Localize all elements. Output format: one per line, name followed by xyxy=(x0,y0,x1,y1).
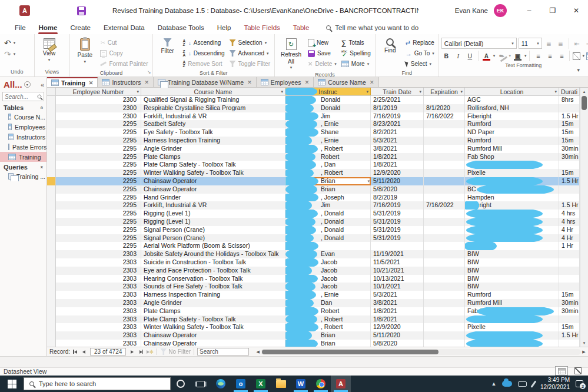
train-date-cell[interactable]: 1/8/2021 xyxy=(371,161,424,169)
file-explorer-taskbar-button[interactable] xyxy=(271,376,291,392)
row-selector[interactable] xyxy=(47,169,56,177)
expiration-cell[interactable] xyxy=(424,96,465,104)
cut-button[interactable]: ✂Cut xyxy=(98,38,150,48)
train-date-cell[interactable]: 7/16/2019 xyxy=(371,201,424,210)
header-selector-cell[interactable] xyxy=(47,88,56,95)
ribbon-tab-table[interactable]: Table xyxy=(287,21,316,34)
duration-cell[interactable]: 4 hrs xyxy=(559,210,580,218)
duration-cell[interactable]: 15m xyxy=(559,169,580,177)
instructor-cell[interactable]: , Dan xyxy=(285,161,371,169)
filter-dropdown-icon[interactable]: ▾ xyxy=(281,89,283,94)
numbering-icon[interactable]: ≣ xyxy=(556,38,566,48)
row-selector[interactable] xyxy=(47,226,56,234)
course-name-cell[interactable]: Harness Inspection Training xyxy=(141,291,285,299)
train-date-cell[interactable]: 10/1/2021 xyxy=(371,283,424,291)
column-header-employee-number[interactable]: Employee Number▾ xyxy=(56,88,141,95)
close-tab-icon[interactable]: ✕ xyxy=(89,80,94,86)
align-right-button[interactable]: ≡ xyxy=(556,51,566,61)
location-cell[interactable]: BC xyxy=(465,185,559,194)
expiration-cell[interactable] xyxy=(424,258,465,267)
font-color-button[interactable]: A xyxy=(481,51,491,61)
table-row[interactable]: 2295Signal Person (Crane), Donald5/31/20… xyxy=(47,234,580,242)
train-date-cell[interactable]: 1/8/2021 xyxy=(371,153,424,161)
table-row[interactable]: 2303Suicide in Construction - Toolbox Ta… xyxy=(47,258,580,267)
train-date-cell[interactable]: 5/31/2019 xyxy=(371,218,424,226)
spelling-button[interactable]: abc✓Spelling xyxy=(340,48,373,58)
close-button[interactable]: ✕ xyxy=(564,0,588,21)
duration-cell[interactable]: 4 Hr xyxy=(559,226,580,234)
location-cell[interactable]: Pixelle xyxy=(465,323,559,331)
train-date-cell[interactable]: 8/23/2021 xyxy=(371,120,424,128)
row-selector[interactable] xyxy=(47,323,56,331)
row-selector[interactable] xyxy=(47,340,56,347)
employee-number-cell[interactable]: 2300 xyxy=(56,112,141,121)
chrome-taskbar-button[interactable] xyxy=(311,376,331,392)
location-cell[interactable] xyxy=(465,210,559,218)
table-row[interactable]: 2295Plate Clamp Safety - Toolbox Talk, D… xyxy=(47,161,580,169)
row-selector[interactable] xyxy=(47,315,56,324)
task-view-button[interactable] xyxy=(191,376,211,392)
decrease-indent-icon[interactable]: ⇤ xyxy=(572,38,582,48)
nav-pane-menu-icon[interactable]: ▾ xyxy=(24,81,31,88)
instructor-cell[interactable]: , Donald xyxy=(285,234,371,242)
row-selector[interactable] xyxy=(47,258,56,267)
table-row[interactable]: 2303Jobsite Safety Around the Holidays -… xyxy=(47,250,580,258)
train-date-cell[interactable]: 5/11/2020 xyxy=(371,177,424,185)
instructor-cell[interactable]: Donald xyxy=(285,96,371,104)
employee-number-cell[interactable]: 2303 xyxy=(56,291,141,299)
expiration-cell[interactable]: 7/16/2022 xyxy=(424,112,465,121)
expiration-cell[interactable] xyxy=(424,234,465,242)
employee-number-cell[interactable]: 2303 xyxy=(56,315,141,324)
word-taskbar-button[interactable]: W xyxy=(291,376,311,392)
row-selector[interactable] xyxy=(47,120,56,128)
paste-button[interactable]: Paste▾ xyxy=(72,36,97,65)
nav-item-employees[interactable]: Employees xyxy=(0,122,46,132)
tray-expand-icon[interactable]: ▲ xyxy=(491,381,497,387)
duration-cell[interactable] xyxy=(559,283,580,291)
train-date-cell[interactable]: 11/5/2021 xyxy=(371,258,424,267)
duration-cell[interactable] xyxy=(559,194,580,202)
restore-button[interactable]: ❐ xyxy=(541,0,564,21)
course-name-cell[interactable]: Signal Person (Crane) xyxy=(141,226,285,234)
expiration-cell[interactable] xyxy=(424,218,465,226)
employee-number-cell[interactable]: 2295 xyxy=(56,137,141,145)
row-selector[interactable] xyxy=(47,161,56,169)
course-name-cell[interactable]: Seatbelt Safety xyxy=(141,120,285,128)
location-cell[interactable] xyxy=(465,161,559,169)
select-button[interactable]: Select▾ xyxy=(404,59,436,69)
course-name-cell[interactable]: Plate Clamps xyxy=(141,153,285,161)
expiration-cell[interactable] xyxy=(424,169,465,177)
duration-cell[interactable]: 1.5 Hr xyxy=(559,331,580,340)
employee-number-cell[interactable]: 2295 xyxy=(56,242,141,250)
scroll-down-icon[interactable]: ▼ xyxy=(583,339,586,347)
bullets-icon[interactable]: ≣ xyxy=(544,38,554,48)
instructor-cell[interactable]: , Robert xyxy=(285,145,371,153)
expiration-cell[interactable] xyxy=(424,128,465,137)
table-row[interactable]: 2303Plate ClampsRobert1/8/2021Fab Sh30mi… xyxy=(47,307,580,315)
duration-cell[interactable] xyxy=(559,161,580,169)
duration-cell[interactable]: 1 Hr xyxy=(559,242,580,250)
course-name-cell[interactable]: Angle Grinder xyxy=(141,145,285,153)
view-button[interactable]: View▾ xyxy=(37,36,62,63)
employee-number-cell[interactable]: 2295 xyxy=(56,218,141,226)
row-selector[interactable] xyxy=(47,283,56,291)
taskbar-search-box[interactable]: Type here to search xyxy=(24,377,171,390)
employee-number-cell[interactable]: 2295 xyxy=(56,226,141,234)
redo-button[interactable]: ↷▾ xyxy=(2,49,17,59)
course-name-cell[interactable]: Rigging (Level 1) xyxy=(141,218,285,226)
location-cell[interactable]: Fiberight xyxy=(465,112,559,121)
course-name-cell[interactable]: Harness Inspection Training xyxy=(141,137,285,145)
nav-pane-title[interactable]: All... xyxy=(4,79,22,89)
descending-button[interactable]: ZA↓Descending xyxy=(181,48,227,58)
scroll-up-icon[interactable]: ▲ xyxy=(583,88,586,95)
row-selector[interactable] xyxy=(47,275,56,283)
filter-dropdown-icon[interactable]: ▾ xyxy=(419,89,421,94)
duration-cell[interactable]: 15m xyxy=(559,120,580,128)
instructor-cell[interactable]: , Donald xyxy=(285,210,371,218)
scroll-left-icon[interactable]: ◀ xyxy=(255,350,261,354)
record-position-box[interactable]: 23 of 4724 xyxy=(90,348,126,356)
location-cell[interactable]: Rumford xyxy=(465,137,559,145)
instructor-cell[interactable]: , Ernie xyxy=(285,291,371,299)
train-date-cell[interactable]: 5/31/2019 xyxy=(371,226,424,234)
ribbon-tab-database-tools[interactable]: Database Tools xyxy=(151,21,211,34)
